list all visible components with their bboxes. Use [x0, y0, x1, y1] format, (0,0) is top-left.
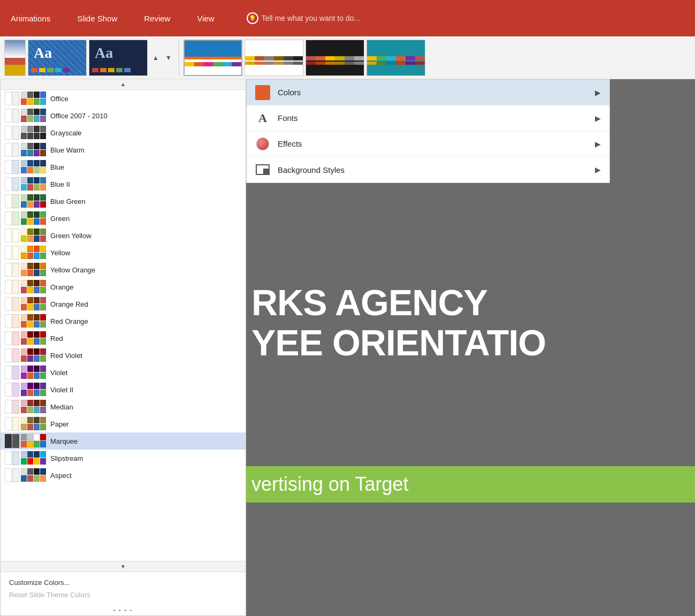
slide-content: RKS AGENCY YEE ORIENTATIO	[246, 261, 695, 616]
color-swatches	[5, 434, 46, 448]
color-theme-name: Median	[50, 403, 73, 411]
colors-arrow-icon: ▶	[595, 88, 601, 97]
list-item[interactable]: Aspect	[1, 467, 246, 484]
background-icon	[255, 162, 270, 177]
fonts-icon: A	[255, 111, 270, 126]
list-item[interactable]: Yellow Orange	[1, 261, 246, 278]
color-swatches	[5, 109, 46, 123]
panel-dots: • • • •	[1, 605, 246, 615]
color-theme-name: Yellow	[50, 249, 70, 257]
theme-thumb-dark[interactable]: Aa	[89, 40, 148, 76]
list-item[interactable]: Paper	[1, 415, 246, 432]
fonts-arrow-icon: ▶	[595, 114, 601, 123]
menu-item-background[interactable]: Background Styles ▶	[247, 157, 609, 182]
color-swatches	[5, 331, 46, 345]
effects-arrow-icon: ▶	[595, 140, 601, 148]
color-theme-name: Green Yellow	[50, 232, 91, 240]
theme-thumb-white[interactable]	[245, 40, 303, 76]
theme-scroll-down[interactable]: ▼	[163, 40, 174, 76]
list-item[interactable]: Slipstream	[1, 450, 246, 467]
list-item[interactable]: Red Violet	[1, 347, 246, 364]
color-swatches	[5, 194, 46, 208]
customize-colors-link[interactable]: Customize Colors...	[9, 576, 237, 589]
fonts-a-icon: A	[258, 111, 267, 125]
color-swatches	[5, 314, 46, 328]
color-swatches	[5, 348, 46, 362]
tab-slideshow[interactable]: Slide Show	[72, 11, 123, 26]
color-theme-name: Blue II	[50, 180, 70, 188]
color-swatches	[5, 468, 46, 482]
color-theme-name: Orange Red	[50, 300, 88, 308]
theme-thumb-partial[interactable]	[4, 40, 26, 76]
color-theme-name: Red Violet	[50, 352, 82, 360]
theme-thumb-blue-stripe[interactable]	[184, 40, 242, 76]
color-swatches	[5, 177, 46, 191]
tab-view[interactable]: View	[192, 11, 219, 26]
list-item[interactable]: Red Orange	[1, 313, 246, 330]
ribbon-bar: Animations Slide Show Review View 💡 Tell…	[0, 0, 695, 36]
color-theme-name: Paper	[50, 420, 69, 428]
list-item[interactable]: Blue Warm	[1, 141, 246, 158]
tab-review[interactable]: Review	[139, 11, 175, 26]
list-item[interactable]: Green Yellow	[1, 227, 246, 244]
list-item[interactable]: Orange	[1, 278, 246, 295]
dropdown-bottom: Customize Colors... Reset Slide Theme Co…	[1, 572, 246, 605]
color-theme-name: Red	[50, 334, 63, 343]
tab-animations[interactable]: Animations	[5, 11, 56, 26]
search-bar[interactable]: 💡 Tell me what you want to do...	[247, 12, 360, 24]
menu-item-effects[interactable]: Effects ▶	[247, 131, 609, 157]
list-item[interactable]: Green	[1, 210, 246, 227]
theme-thumb-dark2[interactable]	[306, 40, 364, 76]
slide-title-line2: YEE ORIENTATIO	[251, 323, 695, 363]
color-swatches	[5, 126, 46, 140]
list-item[interactable]: Yellow	[1, 244, 246, 261]
list-scroll-down[interactable]: ▼	[1, 561, 246, 572]
list-scroll-up[interactable]: ▲	[1, 79, 246, 90]
list-item[interactable]: Violet	[1, 364, 246, 381]
list-item[interactable]: Blue	[1, 158, 246, 176]
color-theme-name: Blue Green	[50, 197, 86, 206]
color-swatches	[5, 417, 46, 431]
color-theme-name: Violet II	[50, 386, 73, 394]
color-swatches	[5, 297, 46, 311]
list-item[interactable]: Office 2007 - 2010	[1, 107, 246, 124]
color-theme-name: Green	[50, 215, 70, 223]
theme-thumb-cyan[interactable]	[366, 40, 425, 76]
theme-thumb-pattern[interactable]: Aa	[28, 40, 87, 76]
list-item[interactable]: Blue Green	[1, 193, 246, 210]
color-swatches	[5, 451, 46, 465]
themes-row: Aa Aa ▲ ▼	[0, 36, 695, 79]
menu-item-fonts[interactable]: A Fonts ▶	[247, 105, 609, 131]
color-theme-name: Grayscale	[50, 129, 82, 137]
list-item[interactable]: Blue II	[1, 176, 246, 193]
color-swatches	[5, 263, 46, 277]
color-swatches	[5, 400, 46, 414]
list-item[interactable]: Red	[1, 330, 246, 347]
list-item[interactable]: Orange Red	[1, 295, 246, 313]
list-item[interactable]: Office	[1, 90, 246, 107]
color-swatches	[5, 246, 46, 260]
color-theme-name: Violet	[50, 369, 67, 377]
color-swatches	[5, 383, 46, 397]
list-item[interactable]: Violet II	[1, 381, 246, 398]
reset-theme-colors-link[interactable]: Reset Slide Theme Colors	[9, 589, 237, 601]
colors-icon	[255, 85, 270, 100]
slide-title-line1: RKS AGENCY	[251, 283, 695, 323]
color-theme-name: Slipstream	[50, 454, 83, 462]
main-area: RKS AGENCY YEE ORIENTATIO vertising on T…	[0, 79, 695, 616]
color-theme-name: Office	[50, 95, 68, 103]
list-item[interactable]: Median	[1, 398, 246, 415]
dropdown-panel: ▲ OfficeOffice 2007 - 2010GrayscaleBlue …	[0, 79, 246, 616]
search-placeholder: Tell me what you want to do...	[262, 14, 360, 22]
menu-label-effects: Effects	[278, 139, 587, 148]
list-item[interactable]: Grayscale	[1, 124, 246, 141]
theme-scroll-up[interactable]: ▲	[150, 40, 162, 76]
list-item[interactable]: Marquee	[1, 432, 246, 450]
color-theme-name: Blue Warm	[50, 146, 85, 154]
search-icon: 💡	[247, 12, 258, 24]
background-arrow-icon: ▶	[595, 165, 601, 174]
menu-label-fonts: Fonts	[278, 113, 587, 123]
color-swatches	[5, 229, 46, 242]
color-theme-name: Orange	[50, 283, 73, 291]
menu-item-colors[interactable]: Colors ▶	[247, 80, 609, 105]
